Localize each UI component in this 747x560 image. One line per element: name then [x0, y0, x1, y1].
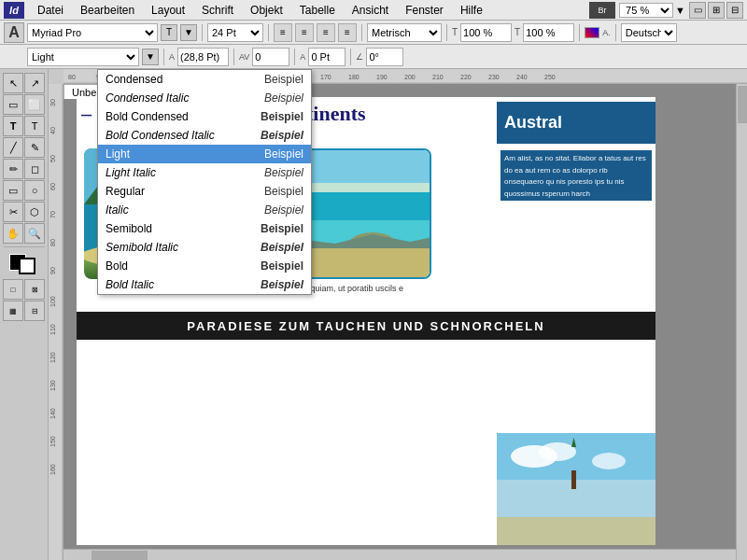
menu-layout[interactable]: Layout — [144, 2, 192, 19]
font-family-arrow[interactable]: ▼ — [180, 24, 197, 41]
tracking-label: AV — [239, 52, 249, 62]
right-panel: Austral — [497, 102, 655, 144]
tool-pair2: ▭ ⬜ — [3, 94, 45, 115]
font-item-italic[interactable]: Italic Beispiel — [98, 201, 311, 219]
tool-normal[interactable]: □ — [3, 279, 23, 300]
unit-select[interactable]: Metrisch — [367, 23, 442, 42]
tool-hand[interactable]: ✋ — [3, 223, 23, 244]
sep2 — [268, 24, 269, 41]
scale-x-input[interactable] — [460, 23, 512, 42]
tool-pair5: ✏ ◻ — [3, 159, 45, 179]
tool-direct-select[interactable]: ↗ — [24, 73, 45, 93]
font-family-select[interactable]: Myriad Pro — [27, 23, 158, 42]
svg-text:50: 50 — [49, 155, 56, 162]
tool-scissors[interactable]: ✂ — [3, 202, 23, 222]
svg-text:250: 250 — [544, 74, 556, 80]
svg-rect-54 — [497, 517, 655, 545]
font-dropdown: Condensed Beispiel Condensed Italic Beis… — [97, 69, 312, 295]
right-text-panel: Am alist, as no sitat. Ellabor a tatus a… — [497, 148, 655, 203]
font-size-select[interactable]: 24 Pt 12 Pt 18 Pt 36 Pt — [207, 23, 263, 42]
menu-objekt[interactable]: Objekt — [243, 2, 290, 19]
font-item-bold[interactable]: Bold Beispiel — [98, 257, 311, 275]
align-right-btn[interactable]: ≡ — [317, 23, 335, 42]
tool-gap[interactable]: ⬜ — [24, 94, 45, 115]
font-item-light-italic[interactable]: Light Italic Beispiel — [98, 163, 311, 182]
svg-text:190: 190 — [376, 74, 388, 80]
svg-rect-55 — [571, 470, 576, 489]
font-sample-regular: Beispiel — [264, 185, 303, 198]
tool-free[interactable]: ⬡ — [24, 202, 45, 222]
font-style-arrow[interactable]: ▼ — [142, 49, 159, 65]
tool-view1[interactable]: ▦ — [3, 301, 23, 321]
menu-fenster[interactable]: Fenster — [398, 2, 451, 19]
sep4 — [446, 24, 447, 41]
tool-text[interactable]: T — [3, 116, 23, 136]
menu-schrift[interactable]: Schrift — [194, 2, 241, 19]
view-btn3[interactable]: ⊟ — [726, 2, 743, 19]
stroke-color[interactable] — [19, 258, 35, 274]
menu-hilfe[interactable]: Hilfe — [453, 2, 490, 19]
scrollbar-h-thumb[interactable] — [92, 551, 148, 560]
tool-eraser[interactable]: ◻ — [24, 159, 45, 179]
font-item-bold-condensed-italic[interactable]: Bold Condensed Italic Beispiel — [98, 126, 311, 145]
font-item-bold-condensed[interactable]: Bold Condensed Beispiel — [98, 107, 311, 126]
font-sample-light-italic: Beispiel — [264, 166, 303, 179]
sep6 — [615, 24, 616, 41]
tool-zoom[interactable]: 🔍 — [24, 223, 45, 244]
scale-y-input[interactable] — [523, 23, 574, 42]
tool-text2[interactable]: T — [24, 116, 45, 136]
sep5 — [579, 24, 580, 41]
tool-pair3: T T — [3, 116, 45, 136]
scrollbar-v-thumb[interactable] — [738, 86, 747, 123]
menu-datei[interactable]: Datei — [30, 2, 71, 19]
ruler-left-svg: 30 40 50 60 70 80 90 100 110 120 130 140… — [49, 69, 63, 560]
zoom-arrow: ▼ — [675, 5, 685, 16]
svg-text:220: 220 — [460, 74, 472, 80]
bottom-photo — [497, 433, 655, 545]
menu-bearbeiten[interactable]: Bearbeiten — [73, 2, 142, 19]
font-item-regular[interactable]: Regular Beispiel — [98, 182, 311, 201]
font-item-semibold-italic[interactable]: Semibold Italic Beispiel — [98, 238, 311, 257]
tool-frame[interactable]: ⊠ — [24, 279, 45, 300]
view-btn2[interactable]: ⊞ — [708, 2, 725, 19]
tracking-input[interactable] — [252, 48, 289, 66]
scrollbar-vertical[interactable] — [736, 84, 747, 560]
spacer-icon — [4, 47, 24, 67]
font-sample-semibold: Beispiel — [261, 222, 303, 235]
menu-ansicht[interactable]: Ansicht — [345, 2, 396, 19]
zoom-select[interactable]: 75 % 50 % 100 % — [619, 3, 673, 18]
app-logo: Id — [4, 2, 24, 19]
kerning-input[interactable] — [177, 48, 229, 66]
font-item-semibold[interactable]: Semibold Beispiel — [98, 219, 311, 238]
align-justify-btn[interactable]: ≡ — [338, 23, 357, 42]
tool-line[interactable]: ╱ — [3, 137, 23, 158]
tool-pair7: ✂ ⬡ — [3, 202, 45, 222]
align-left-btn[interactable]: ≡ — [274, 23, 292, 42]
baseline-input[interactable] — [308, 48, 345, 66]
font-name-light: Light — [106, 147, 264, 161]
lang-select[interactable]: Deutsch — [621, 23, 677, 42]
font-name-regular: Regular — [106, 185, 264, 198]
font-style-select[interactable]: Light Regular Bold Italic — [27, 48, 139, 66]
font-item-bold-italic[interactable]: Bold Italic Beispiel — [98, 275, 311, 294]
angle-input[interactable] — [366, 48, 403, 66]
scrollbar-horizontal[interactable] — [63, 549, 736, 560]
tool-pen[interactable]: ✎ — [24, 137, 45, 158]
svg-text:180: 180 — [348, 74, 359, 80]
font-item-light[interactable]: Light Beispiel — [98, 145, 311, 163]
tool-ellipse[interactable]: ○ — [24, 180, 45, 201]
view-btn1[interactable]: ▭ — [689, 2, 706, 19]
menu-tabelle[interactable]: Tabelle — [292, 2, 343, 19]
tool-rect[interactable]: ▭ — [3, 180, 23, 201]
sep8 — [233, 49, 234, 65]
font-family-expand[interactable]: T — [161, 24, 177, 41]
sep10 — [350, 49, 351, 65]
tool-select[interactable]: ↖ — [3, 73, 23, 93]
tool-view2[interactable]: ⊟ — [24, 301, 45, 321]
tool-pencil[interactable]: ✏ — [3, 159, 23, 179]
tool-pair10: ▦ ⊟ — [3, 301, 45, 321]
font-item-condensed-italic[interactable]: Condensed Italic Beispiel — [98, 89, 311, 107]
font-item-condensed[interactable]: Condensed Beispiel — [98, 70, 311, 89]
tool-page[interactable]: ▭ — [3, 94, 23, 115]
align-center-btn[interactable]: ≡ — [295, 23, 314, 42]
